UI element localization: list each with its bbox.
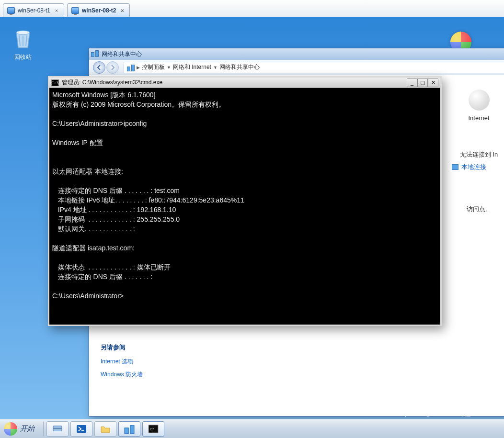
internet-label: Internet bbox=[448, 114, 504, 122]
taskbar-item-explorer[interactable] bbox=[94, 421, 116, 437]
vm-tab-1[interactable]: winSer-08-t1 × bbox=[3, 3, 64, 17]
access-point-text: 访问点。 bbox=[452, 205, 504, 213]
recycle-bin-icon bbox=[11, 27, 34, 50]
cmd-output[interactable]: Microsoft Windows [版本 6.1.7600] 版权所有 (c)… bbox=[49, 88, 440, 303]
breadcrumb-item[interactable]: 网络和 Internet bbox=[173, 63, 211, 71]
adapter-icon bbox=[452, 164, 458, 170]
server-manager-icon bbox=[52, 425, 63, 433]
network-icon bbox=[91, 50, 99, 58]
cmd-title-text: 管理员: C:\Windows\system32\cmd.exe bbox=[62, 79, 407, 87]
minimize-button[interactable]: _ bbox=[407, 79, 417, 87]
recycle-bin[interactable]: 回收站 bbox=[9, 27, 37, 61]
close-button[interactable]: ✕ bbox=[428, 79, 438, 87]
internet-options-link[interactable]: Internet 选项 bbox=[101, 358, 436, 366]
network-icon bbox=[127, 65, 135, 70]
svg-point-0 bbox=[16, 31, 30, 34]
close-icon[interactable]: × bbox=[53, 7, 60, 14]
nav-back-button[interactable] bbox=[93, 61, 105, 74]
navigation-bar: ▶ 控制面板 ▼ 网络和 Internet ▼ 网络和共享中心 bbox=[89, 60, 504, 75]
chevron-down-icon: ▼ bbox=[213, 65, 218, 70]
cmd-titlebar[interactable]: C:\ 管理员: C:\Windows\system32\cmd.exe _ ▢… bbox=[49, 78, 440, 88]
recycle-bin-label: 回收站 bbox=[9, 53, 37, 61]
taskbar-item-server-manager[interactable] bbox=[46, 421, 69, 437]
breadcrumb-item[interactable]: 控制面板 bbox=[142, 63, 165, 71]
breadcrumb[interactable]: ▶ 控制面板 ▼ 网络和 Internet ▼ 网络和共享中心 bbox=[124, 62, 504, 73]
chevron-down-icon: ▼ bbox=[167, 65, 171, 70]
vm-tab-2-label: winSer-08-t2 bbox=[82, 7, 116, 14]
window-title: 网络和共享中心 bbox=[102, 50, 142, 58]
vm-tab-2[interactable]: winSer-08-t2 × bbox=[67, 3, 130, 17]
taskbar[interactable]: 开始 C:\ bbox=[0, 419, 504, 438]
cmd-icon: C:\ bbox=[148, 425, 159, 433]
chevron-right-icon: ▶ bbox=[137, 65, 140, 70]
svg-text:C:\: C:\ bbox=[150, 427, 154, 431]
start-label: 开始 bbox=[20, 424, 34, 433]
local-connection-label: 本地连接 bbox=[461, 163, 486, 171]
network-icon bbox=[125, 425, 135, 433]
side-panel: Internet 无法连接到 In 本地连接 访问点。 bbox=[447, 75, 504, 416]
monitor-icon bbox=[71, 7, 79, 14]
start-button[interactable]: 开始 bbox=[2, 421, 40, 437]
cmd-icon: C:\ bbox=[51, 79, 59, 86]
folder-icon bbox=[100, 425, 111, 433]
close-icon[interactable]: × bbox=[119, 7, 126, 14]
taskbar-item-cmd[interactable]: C:\ bbox=[142, 421, 164, 437]
cmd-window[interactable]: C:\ 管理员: C:\Windows\system32\cmd.exe _ ▢… bbox=[48, 76, 442, 326]
taskbar-item-network-center[interactable] bbox=[118, 421, 140, 437]
svg-rect-2 bbox=[53, 428, 62, 429]
monitor-icon bbox=[7, 7, 15, 14]
windows-start-icon bbox=[4, 422, 17, 436]
breadcrumb-item[interactable]: 网络和共享中心 bbox=[219, 63, 260, 71]
window-titlebar[interactable]: 网络和共享中心 bbox=[89, 48, 504, 60]
local-connection-link[interactable]: 本地连接 bbox=[452, 163, 504, 171]
nav-forward-button[interactable] bbox=[106, 61, 119, 74]
internet-globe-icon bbox=[469, 90, 490, 111]
see-also-heading: 另请参阅 bbox=[101, 343, 436, 352]
powershell-icon bbox=[76, 425, 87, 433]
taskbar-item-powershell[interactable] bbox=[70, 421, 92, 437]
maximize-button[interactable]: ▢ bbox=[417, 79, 428, 87]
desktop[interactable]: 回收站 网络和共享中心 ▶ 控制面板 ▼ 网络和 Internet ▼ 网络和共… bbox=[0, 17, 504, 419]
connection-status-block: 无法连接到 In 本地连接 访问点。 bbox=[448, 122, 504, 223]
cannot-connect-text: 无法连接到 In bbox=[452, 150, 504, 159]
vm-tab-bar: winSer-08-t1 × winSer-08-t2 × bbox=[0, 0, 504, 17]
watermark-text: https://blog.csdn.net/qq_43619461 bbox=[397, 409, 500, 417]
windows-firewall-link[interactable]: Windows 防火墙 bbox=[101, 371, 436, 379]
vm-tab-1-label: winSer-08-t1 bbox=[18, 7, 50, 14]
taskbar-separator bbox=[43, 422, 44, 436]
